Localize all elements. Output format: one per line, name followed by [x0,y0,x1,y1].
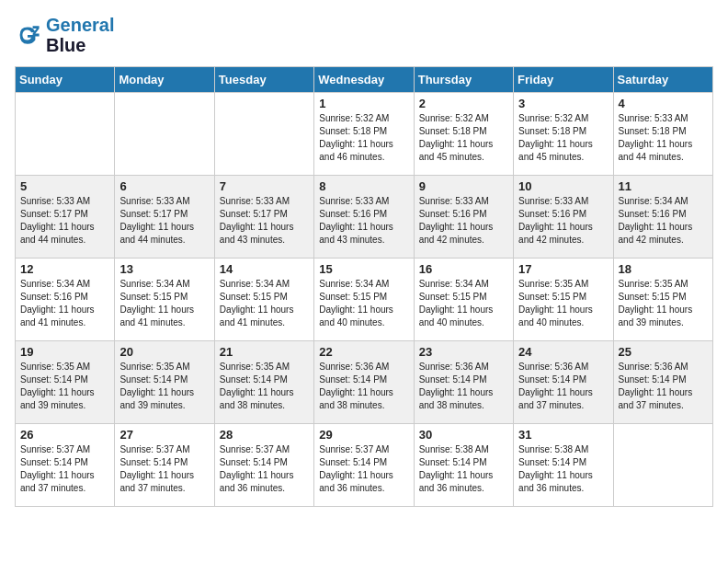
day-info: Sunrise: 5:36 AM Sunset: 5:14 PM Dayligh… [319,361,408,412]
weekday-header: Tuesday [214,67,313,93]
day-number: 13 [119,262,209,276]
day-info: Sunrise: 5:33 AM Sunset: 5:17 PM Dayligh… [119,195,209,247]
day-number: 21 [220,345,309,359]
calendar-cell: 6Sunrise: 5:33 AM Sunset: 5:17 PM Daylig… [115,176,214,259]
day-number: 10 [518,179,608,193]
calendar-cell: 25Sunrise: 5:36 AM Sunset: 5:14 PM Dayli… [613,341,712,424]
day-number: 17 [518,262,608,276]
day-info: Sunrise: 5:36 AM Sunset: 5:14 PM Dayligh… [419,361,508,412]
calendar-cell: 7Sunrise: 5:33 AM Sunset: 5:17 PM Daylig… [214,176,313,259]
weekday-header: Saturday [613,67,712,93]
day-number: 8 [319,179,408,193]
calendar-cell: 29Sunrise: 5:37 AM Sunset: 5:14 PM Dayli… [314,424,414,507]
day-number: 19 [20,345,109,359]
day-number: 9 [419,179,508,193]
calendar-cell: 27Sunrise: 5:37 AM Sunset: 5:14 PM Dayli… [115,424,214,507]
calendar-table: SundayMondayTuesdayWednesdayThursdayFrid… [15,66,713,507]
weekday-header: Monday [115,67,214,93]
day-info: Sunrise: 5:34 AM Sunset: 5:16 PM Dayligh… [619,195,708,247]
day-info: Sunrise: 5:32 AM Sunset: 5:18 PM Dayligh… [419,112,508,164]
calendar-cell [214,93,313,176]
day-number: 20 [119,345,209,359]
calendar-cell: 2Sunrise: 5:32 AM Sunset: 5:18 PM Daylig… [414,93,513,176]
calendar-cell: 10Sunrise: 5:33 AM Sunset: 5:16 PM Dayli… [514,176,613,259]
day-number: 28 [220,428,309,442]
calendar-week-row: 5Sunrise: 5:33 AM Sunset: 5:17 PM Daylig… [16,176,713,259]
day-number: 16 [419,262,508,276]
day-info: Sunrise: 5:35 AM Sunset: 5:15 PM Dayligh… [619,278,708,329]
calendar-cell: 12Sunrise: 5:34 AM Sunset: 5:16 PM Dayli… [16,259,115,341]
day-number: 18 [619,262,708,276]
day-number: 26 [20,428,109,442]
calendar-cell: 23Sunrise: 5:36 AM Sunset: 5:14 PM Dayli… [414,341,513,424]
weekday-header: Wednesday [314,67,414,93]
calendar-cell: 3Sunrise: 5:32 AM Sunset: 5:18 PM Daylig… [514,93,613,176]
day-number: 2 [419,97,508,110]
page-header: General Blue [15,15,713,55]
day-number: 23 [419,345,508,359]
day-number: 31 [518,428,608,442]
calendar-cell: 17Sunrise: 5:35 AM Sunset: 5:15 PM Dayli… [514,259,613,341]
day-number: 11 [619,179,708,193]
calendar-cell: 20Sunrise: 5:35 AM Sunset: 5:14 PM Dayli… [115,341,214,424]
weekday-header: Sunday [16,67,115,93]
day-info: Sunrise: 5:33 AM Sunset: 5:17 PM Dayligh… [20,195,109,247]
calendar-cell: 18Sunrise: 5:35 AM Sunset: 5:15 PM Dayli… [613,259,712,341]
calendar-cell: 21Sunrise: 5:35 AM Sunset: 5:14 PM Dayli… [214,341,313,424]
day-info: Sunrise: 5:37 AM Sunset: 5:14 PM Dayligh… [319,443,408,495]
calendar-week-row: 1Sunrise: 5:32 AM Sunset: 5:18 PM Daylig… [16,93,713,176]
day-info: Sunrise: 5:38 AM Sunset: 5:14 PM Dayligh… [419,443,508,495]
day-info: Sunrise: 5:32 AM Sunset: 5:18 PM Dayligh… [319,112,408,164]
day-info: Sunrise: 5:33 AM Sunset: 5:17 PM Dayligh… [220,195,309,247]
day-info: Sunrise: 5:33 AM Sunset: 5:18 PM Dayligh… [619,112,708,164]
day-info: Sunrise: 5:37 AM Sunset: 5:14 PM Dayligh… [220,443,309,495]
calendar-cell: 9Sunrise: 5:33 AM Sunset: 5:16 PM Daylig… [414,176,513,259]
day-number: 7 [220,179,309,193]
day-number: 27 [119,428,209,442]
calendar-cell: 31Sunrise: 5:38 AM Sunset: 5:14 PM Dayli… [514,424,613,507]
calendar-cell: 16Sunrise: 5:34 AM Sunset: 5:15 PM Dayli… [414,259,513,341]
day-info: Sunrise: 5:38 AM Sunset: 5:14 PM Dayligh… [518,443,608,495]
calendar-cell: 22Sunrise: 5:36 AM Sunset: 5:14 PM Dayli… [314,341,414,424]
day-number: 5 [20,179,109,193]
day-number: 4 [619,97,708,110]
calendar-cell [16,93,115,176]
day-info: Sunrise: 5:36 AM Sunset: 5:14 PM Dayligh… [518,361,608,412]
calendar-cell [613,424,712,507]
day-info: Sunrise: 5:33 AM Sunset: 5:16 PM Dayligh… [419,195,508,247]
day-info: Sunrise: 5:34 AM Sunset: 5:15 PM Dayligh… [319,278,408,329]
day-info: Sunrise: 5:35 AM Sunset: 5:14 PM Dayligh… [20,361,109,412]
day-number: 29 [319,428,408,442]
calendar-cell: 13Sunrise: 5:34 AM Sunset: 5:15 PM Dayli… [115,259,214,341]
day-number: 25 [619,345,708,359]
day-info: Sunrise: 5:34 AM Sunset: 5:15 PM Dayligh… [119,278,209,329]
day-info: Sunrise: 5:35 AM Sunset: 5:14 PM Dayligh… [119,361,209,412]
day-info: Sunrise: 5:35 AM Sunset: 5:14 PM Dayligh… [220,361,309,412]
day-number: 30 [419,428,508,442]
calendar-cell [115,93,214,176]
day-info: Sunrise: 5:37 AM Sunset: 5:14 PM Dayligh… [119,443,209,495]
day-number: 15 [319,262,408,276]
day-info: Sunrise: 5:35 AM Sunset: 5:15 PM Dayligh… [518,278,608,329]
calendar-cell: 26Sunrise: 5:37 AM Sunset: 5:14 PM Dayli… [16,424,115,507]
calendar-header-row: SundayMondayTuesdayWednesdayThursdayFrid… [16,67,713,93]
calendar-week-row: 26Sunrise: 5:37 AM Sunset: 5:14 PM Dayli… [16,424,713,507]
calendar-cell: 28Sunrise: 5:37 AM Sunset: 5:14 PM Dayli… [214,424,313,507]
calendar-week-row: 19Sunrise: 5:35 AM Sunset: 5:14 PM Dayli… [16,341,713,424]
calendar-cell: 14Sunrise: 5:34 AM Sunset: 5:15 PM Dayli… [214,259,313,341]
day-number: 1 [319,97,408,110]
day-number: 14 [220,262,309,276]
day-info: Sunrise: 5:34 AM Sunset: 5:15 PM Dayligh… [220,278,309,329]
day-info: Sunrise: 5:36 AM Sunset: 5:14 PM Dayligh… [619,361,708,412]
logo: General Blue [15,15,114,55]
day-info: Sunrise: 5:34 AM Sunset: 5:15 PM Dayligh… [419,278,508,329]
day-number: 22 [319,345,408,359]
calendar-cell: 15Sunrise: 5:34 AM Sunset: 5:15 PM Dayli… [314,259,414,341]
calendar-cell: 8Sunrise: 5:33 AM Sunset: 5:16 PM Daylig… [314,176,414,259]
logo-text: General Blue [46,15,114,55]
calendar-cell: 11Sunrise: 5:34 AM Sunset: 5:16 PM Dayli… [613,176,712,259]
weekday-header: Thursday [414,67,513,93]
calendar-cell: 19Sunrise: 5:35 AM Sunset: 5:14 PM Dayli… [16,341,115,424]
day-number: 6 [119,179,209,193]
calendar-cell: 4Sunrise: 5:33 AM Sunset: 5:18 PM Daylig… [613,93,712,176]
